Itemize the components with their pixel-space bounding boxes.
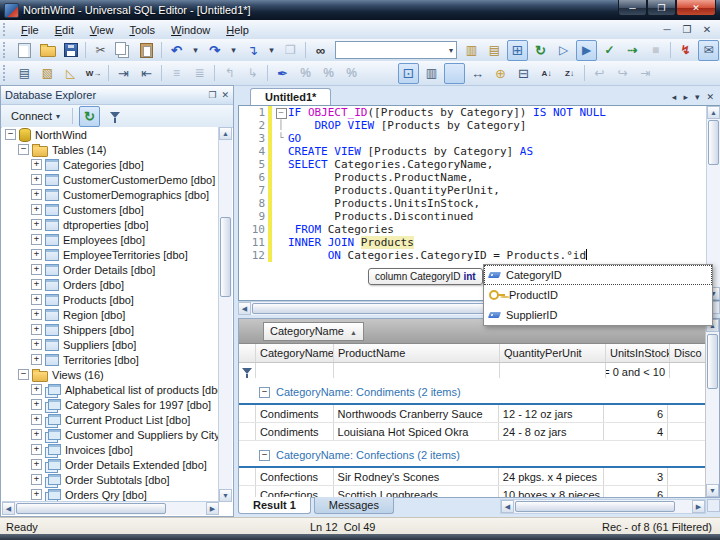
expand-icon[interactable]: + (31, 189, 42, 200)
expand-icon[interactable]: + (31, 309, 42, 320)
autocomplete-item-supplierid[interactable]: SupplierID (484, 305, 712, 325)
mdi-restore-icon[interactable] (680, 24, 694, 35)
measure-button[interactable] (60, 63, 81, 84)
menu-view[interactable]: View (82, 22, 122, 38)
table-row[interactable]: ConfectionsScottish Longbreads10 boxes x… (239, 486, 706, 497)
expand-icon[interactable]: + (31, 444, 42, 455)
insert-template-button[interactable] (242, 40, 263, 61)
grid-vertical-scrollbar[interactable]: ▲ ▼ (705, 319, 719, 497)
sort-desc-button[interactable] (559, 63, 580, 84)
panel-close-icon[interactable] (221, 90, 229, 100)
scroll-left-icon[interactable]: ◀ (238, 302, 251, 315)
combo-dropdown-icon[interactable]: ▾ (446, 46, 456, 55)
expand-icon[interactable]: + (31, 234, 42, 245)
tree-item-tables-14[interactable]: −Tables (14) (2, 142, 219, 157)
tree-item-region-dbo[interactable]: +Region [dbo] (2, 307, 219, 322)
scroll-left-icon[interactable]: ◀ (501, 500, 514, 513)
redo-drop-button[interactable] (227, 40, 240, 61)
expand-icon[interactable]: + (31, 459, 42, 470)
resize-grip[interactable] (707, 499, 720, 512)
group-by-button[interactable] (398, 63, 419, 84)
row-selector[interactable] (239, 468, 256, 485)
close-icon[interactable] (676, 0, 716, 16)
tab-messages[interactable]: Messages (314, 497, 394, 514)
collapse-icon[interactable]: − (5, 129, 16, 140)
filter-button[interactable] (444, 63, 465, 84)
table-row[interactable]: CondimentsLouisiana Hot Spiced Okra24 - … (239, 423, 706, 441)
table-row[interactable]: CondimentsNorthwoods Cranberry Sauce12 -… (239, 405, 706, 423)
collapse-icon[interactable]: − (18, 144, 29, 155)
tree-item-suppliers-dbo[interactable]: +Suppliers [dbo] (2, 337, 219, 352)
expand-icon[interactable]: + (31, 414, 42, 425)
refresh-button[interactable] (79, 106, 100, 127)
menu-edit[interactable]: Edit (47, 22, 82, 38)
validate-sql-button[interactable] (599, 40, 620, 61)
scroll-right-icon[interactable]: ▶ (206, 502, 219, 515)
expand-icon[interactable]: + (31, 159, 42, 170)
expand-icon[interactable]: + (31, 294, 42, 305)
expand-icon[interactable]: + (31, 219, 42, 230)
tree-item-dtproperties-dbo[interactable]: +dtproperties [dbo] (2, 217, 219, 232)
auto-refresh-button[interactable] (530, 40, 551, 61)
table-row[interactable]: ConfectionsSir Rodney's Scones24 pkgs. x… (239, 468, 706, 486)
mdi-close-icon[interactable] (700, 24, 714, 35)
execute-button[interactable] (553, 40, 574, 61)
redo-button[interactable] (204, 40, 225, 61)
highlight-button[interactable] (272, 63, 293, 84)
scroll-thumb[interactable] (708, 120, 719, 165)
outdent-button[interactable] (136, 63, 157, 84)
expand-icon[interactable]: + (31, 339, 42, 350)
scroll-thumb[interactable] (515, 501, 675, 512)
scroll-down-icon[interactable]: ▼ (219, 489, 232, 502)
autocomplete-item-productid[interactable]: ProductID (484, 285, 712, 305)
tree-horizontal-scrollbar[interactable]: ◀ ▶ (2, 501, 219, 515)
paste-button[interactable] (136, 40, 157, 61)
row-selector[interactable] (239, 423, 256, 440)
expand-icon[interactable]: + (31, 354, 42, 365)
insert-drop-button[interactable] (265, 40, 278, 61)
indent-button[interactable] (113, 63, 134, 84)
expand-icon[interactable]: + (31, 174, 42, 185)
new-connection-button[interactable] (461, 40, 482, 61)
panel-float-icon[interactable] (208, 90, 216, 100)
results-pane-button[interactable] (507, 40, 528, 61)
scroll-left-icon[interactable]: ◀ (2, 502, 15, 515)
tree-item-views-16[interactable]: −Views (16) (2, 367, 219, 382)
connect-button[interactable]: Connect ▾ (4, 107, 67, 125)
find-combobox[interactable]: ▾ (335, 41, 457, 59)
tree-item-customers-dbo[interactable]: +Customers [dbo] (2, 202, 219, 217)
send-results-button[interactable] (698, 40, 719, 61)
tree-item-categories-dbo[interactable]: +Categories [dbo] (2, 157, 219, 172)
tree-item-employees-dbo[interactable]: +Employees [dbo] (2, 232, 219, 247)
execute-selection-button[interactable] (622, 40, 643, 61)
tree-item-employeeterritories-dbo[interactable]: +EmployeeTerritories [dbo] (2, 247, 219, 262)
column-header-disco[interactable]: Disco (670, 344, 708, 362)
row-selector[interactable] (239, 486, 256, 497)
row-selector[interactable] (239, 405, 256, 422)
best-fit-button[interactable] (467, 63, 488, 84)
design-query-button[interactable] (37, 63, 58, 84)
scroll-thumb[interactable] (707, 334, 718, 389)
tab-list-dropdown-icon[interactable] (695, 92, 700, 102)
expand-icon[interactable]: + (31, 264, 42, 275)
cut-button[interactable] (90, 40, 111, 61)
scroll-up-icon[interactable]: ▲ (219, 127, 232, 140)
collapse-group-icon[interactable]: − (259, 387, 270, 398)
expand-icon[interactable]: + (31, 474, 42, 485)
autocomplete-item-categoryid[interactable]: CategoryID (484, 265, 712, 285)
find-button[interactable] (310, 40, 331, 61)
tree-item-category-sales-for-1997-dbo[interactable]: +Category Sales for 1997 [dbo] (2, 397, 219, 412)
add-summary-button[interactable] (490, 63, 511, 84)
connection-properties-button[interactable] (484, 40, 505, 61)
group-row-categoryname-confections-2-items[interactable]: −CategoryName: Confections (2 items) (239, 447, 706, 463)
tree-item-shippers-dbo[interactable]: +Shippers [dbo] (2, 322, 219, 337)
collapse-button[interactable] (513, 63, 534, 84)
explorer-filter-button[interactable] (104, 106, 125, 127)
tree-item-orders-qry-dbo[interactable]: +Orders Qry [dbo] (2, 487, 219, 502)
column-header-categoryname[interactable]: CategoryName (256, 344, 334, 362)
scroll-right-icon[interactable]: ▶ (692, 500, 705, 513)
tree-item-orders-dbo[interactable]: +Orders [dbo] (2, 277, 219, 292)
expand-icon[interactable]: + (31, 279, 42, 290)
column-header-productname[interactable]: ProductName (334, 344, 500, 362)
expand-icon[interactable]: + (31, 489, 42, 500)
